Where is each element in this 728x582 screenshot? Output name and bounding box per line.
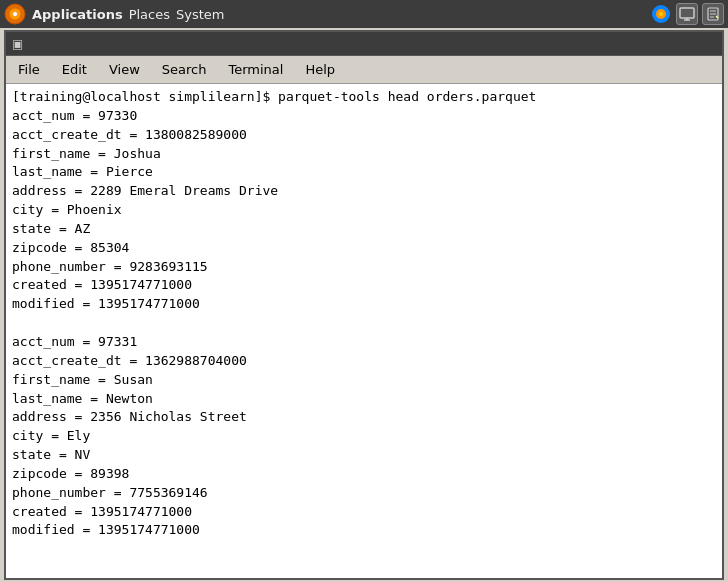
text-editor-icon[interactable]	[702, 3, 724, 25]
terminal-line: first_name = Joshua	[12, 145, 716, 164]
terminal-line: acct_create_dt = 1362988704000	[12, 352, 716, 371]
menu-view[interactable]: View	[105, 60, 144, 79]
terminal-line: acct_create_dt = 1380082589000	[12, 126, 716, 145]
terminal-line: zipcode = 85304	[12, 239, 716, 258]
terminal-line: zipcode = 89398	[12, 465, 716, 484]
terminal-titlebar: ▣	[6, 32, 722, 56]
terminal-line: address = 2289 Emeral Dreams Drive	[12, 182, 716, 201]
terminal-line: acct_num = 97331	[12, 333, 716, 352]
terminal-line: state = NV	[12, 446, 716, 465]
terminal-window: ▣ File Edit View Search Terminal Help [t…	[4, 30, 724, 580]
system-menu[interactable]: System	[176, 7, 224, 22]
terminal-line: first_name = Susan	[12, 371, 716, 390]
terminal-line: phone_number = 9283693115	[12, 258, 716, 277]
svg-point-2	[13, 12, 18, 17]
terminal-line: last_name = Newton	[12, 390, 716, 409]
svg-rect-6	[680, 8, 694, 18]
screen-icon[interactable]	[676, 3, 698, 25]
terminal-line: address = 2356 Nicholas Street	[12, 408, 716, 427]
menu-terminal[interactable]: Terminal	[224, 60, 287, 79]
terminal-title-icon: ▣	[12, 37, 23, 51]
system-tray	[650, 3, 724, 25]
terminal-line: created = 1395174771000	[12, 276, 716, 295]
terminal-line: acct_num = 97330	[12, 107, 716, 126]
distro-icon	[4, 3, 26, 25]
applications-menu[interactable]: Applications	[32, 7, 123, 22]
system-bar: Applications Places System	[0, 0, 728, 28]
terminal-line: city = Ely	[12, 427, 716, 446]
menu-help[interactable]: Help	[301, 60, 339, 79]
terminal-line: modified = 1395174771000	[12, 521, 716, 540]
menu-search[interactable]: Search	[158, 60, 211, 79]
terminal-line: modified = 1395174771000	[12, 295, 716, 314]
terminal-line: last_name = Pierce	[12, 163, 716, 182]
terminal-blank-line	[12, 314, 716, 333]
firefox-icon[interactable]	[650, 3, 672, 25]
terminal-line: state = AZ	[12, 220, 716, 239]
svg-point-5	[659, 12, 663, 16]
terminal-output[interactable]: [training@localhost simplilearn]$ parque…	[6, 84, 722, 578]
terminal-menubar: File Edit View Search Terminal Help	[6, 56, 722, 84]
terminal-line: [training@localhost simplilearn]$ parque…	[12, 88, 716, 107]
terminal-line: city = Phoenix	[12, 201, 716, 220]
places-menu[interactable]: Places	[129, 7, 170, 22]
terminal-line: phone_number = 7755369146	[12, 484, 716, 503]
terminal-line: created = 1395174771000	[12, 503, 716, 522]
menu-file[interactable]: File	[14, 60, 44, 79]
menu-edit[interactable]: Edit	[58, 60, 91, 79]
